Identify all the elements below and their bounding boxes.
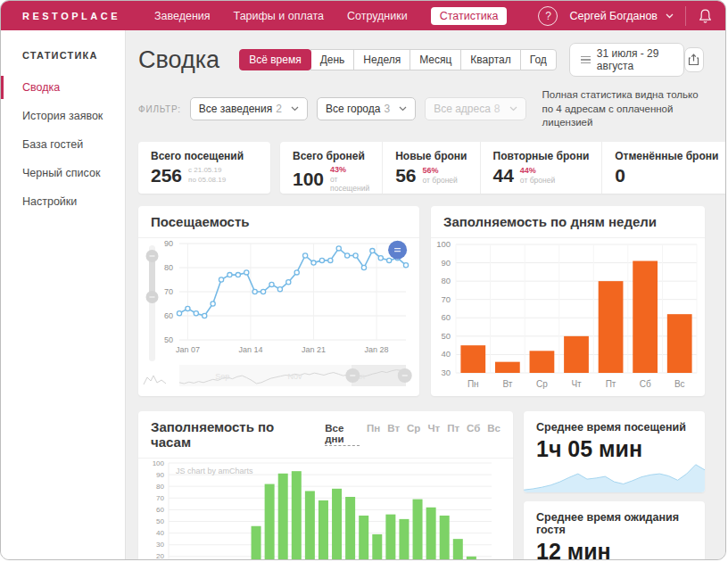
logo[interactable]: RESTOPLACE	[22, 11, 120, 21]
user-name: Сергей Богданов	[569, 10, 658, 22]
svg-text:Чт: Чт	[571, 379, 582, 389]
license-note: Полная статистика видна только по 4 адре…	[542, 88, 704, 130]
venues-select[interactable]: Все заведения 2	[190, 97, 308, 120]
tab-mon[interactable]: Пн	[367, 423, 380, 434]
tab-sat[interactable]: Сб	[467, 423, 480, 434]
svg-text:100: 100	[153, 459, 165, 467]
chevron-down-icon	[291, 106, 299, 112]
stat-card-bookings-group: Всего броней 100 43% от посещений Новые …	[280, 142, 725, 194]
tab-wed[interactable]: Ср	[407, 423, 420, 434]
stat-percent: 56%	[423, 166, 458, 176]
nav-item-statistika[interactable]: Статистика	[431, 7, 508, 25]
visits-chart-card: Посещаемость 5060708090Jan 07Jan 14Jan 2…	[138, 206, 419, 396]
stat-card-visits: Всего посещений 256 с 21.05.19 по 05.08.…	[138, 142, 270, 194]
avg-visit-time-sparkline	[524, 459, 705, 492]
period-year-button[interactable]: Год	[520, 49, 557, 70]
nav-item-zavedeniya[interactable]: Заведения	[154, 10, 211, 22]
weekday-bar-chart[interactable]: 30405060708090100ПнВтСрЧтПтСбВс	[431, 238, 703, 396]
svg-text:40: 40	[156, 529, 164, 537]
svg-text:80: 80	[164, 263, 173, 272]
sidebar-item-istoriya-zayavok[interactable]: История заявок	[1, 102, 125, 130]
stat-section-repeat: Повторные брони 44 44% от броней	[480, 142, 602, 194]
hours-chart-title: Заполняемость по часам	[151, 419, 312, 450]
topbar-divider	[685, 6, 686, 26]
visits-chart-title: Посещаемость	[138, 206, 419, 238]
tab-tue[interactable]: Вт	[387, 423, 400, 434]
sidebar: СТАТИСТИКА Сводка История заявок База го…	[1, 30, 126, 560]
svg-text:70: 70	[156, 493, 164, 501]
svg-text:Вт: Вт	[502, 379, 512, 389]
svg-text:60: 60	[441, 312, 451, 322]
export-button[interactable]	[684, 47, 704, 72]
svg-text:50: 50	[441, 330, 451, 340]
cities-select-count: 3	[384, 103, 390, 115]
stat-period: с 21.05.19 по 05.08.19	[188, 166, 226, 185]
sidebar-item-nastroyki[interactable]: Настройки	[1, 187, 125, 216]
svg-text:Пт: Пт	[606, 379, 616, 389]
period-all-button[interactable]: Всё время	[239, 49, 310, 70]
list-icon	[581, 56, 591, 63]
sidebar-item-cherny-spisok[interactable]: Черный список	[1, 159, 125, 187]
svg-text:90: 90	[441, 257, 451, 267]
tab-thu[interactable]: Чт	[427, 423, 440, 434]
chevron-down-icon	[509, 106, 517, 112]
svg-text:Jan 21: Jan 21	[302, 345, 326, 354]
venues-select-value: Все заведения	[199, 103, 272, 115]
svg-text:Jan 14: Jan 14	[238, 345, 262, 354]
weekday-chart-title: Заполняемость по дням недели	[431, 206, 705, 238]
svg-text:60: 60	[164, 311, 173, 320]
period-quarter-button[interactable]: Квартал	[460, 49, 520, 70]
sidebar-item-svodka[interactable]: Сводка	[1, 73, 125, 102]
bell-icon[interactable]	[698, 8, 713, 24]
hours-chart-card: Заполняемость по часам Все дни Пн Вт Ср …	[138, 411, 513, 560]
visits-line-chart[interactable]: 5060708090Jan 07Jan 14Jan 21Jan 28SepNov…	[138, 238, 418, 396]
period-day-button[interactable]: День	[310, 49, 355, 70]
user-menu[interactable]: Сергей Богданов	[569, 10, 674, 22]
period-week-button[interactable]: Неделя	[353, 49, 410, 70]
hours-bar-chart[interactable]: 102030405060708090100JS chart by amChart…	[138, 459, 511, 560]
svg-text:60: 60	[156, 505, 164, 513]
cities-select[interactable]: Все города 3	[317, 97, 416, 120]
svg-text:Ср: Ср	[536, 379, 548, 389]
date-range-label: 31 июля - 29 августа	[597, 47, 673, 72]
main-content: Сводка Всё время День Неделя Месяц Кварт…	[126, 30, 725, 560]
app-window: RESTOPLACE Заведения Тарифы и оплата Сот…	[0, 0, 726, 560]
stat-value: 256	[151, 165, 182, 186]
stat-percent: 43%	[330, 165, 369, 175]
chevron-down-icon	[666, 13, 674, 19]
avg-visit-time-title: Среднее время посещений	[536, 421, 692, 434]
svg-text:50: 50	[164, 335, 173, 344]
topbar-right: ? Сергей Богданов	[538, 6, 713, 26]
period-month-button[interactable]: Месяц	[410, 49, 461, 70]
tab-sun[interactable]: Вс	[487, 423, 500, 434]
nav-item-sotrudniki[interactable]: Сотрудники	[347, 10, 408, 22]
svg-text:70: 70	[441, 293, 451, 303]
share-icon	[688, 54, 699, 66]
topbar: RESTOPLACE Заведения Тарифы и оплата Сот…	[1, 1, 725, 30]
hours-day-tabs: Все дни Пн Вт Ср Чт Пт Сб Вс	[325, 423, 500, 446]
avg-visit-time-card: Среднее время посещений 1ч 05 мин	[524, 411, 705, 492]
svg-text:Вс: Вс	[674, 379, 685, 389]
svg-text:70: 70	[164, 287, 173, 296]
addresses-select-count: 8	[494, 103, 500, 115]
svg-text:50: 50	[156, 517, 164, 525]
stat-section-new: Новые брони 56 56% от броней	[382, 142, 479, 194]
weekday-chart-card: Заполняемость по дням недели 30405060708…	[431, 206, 705, 396]
period-segment: Всё время День Неделя Месяц Квартал Год	[239, 49, 557, 70]
main-nav: Заведения Тарифы и оплата Сотрудники Ста…	[154, 7, 507, 25]
stat-label: Всего посещений	[151, 150, 258, 162]
tab-fri[interactable]: Пт	[447, 423, 459, 434]
svg-text:40: 40	[441, 349, 451, 359]
help-icon[interactable]: ?	[538, 6, 558, 26]
sidebar-item-baza-gostey[interactable]: База гостей	[1, 130, 125, 159]
date-range-button[interactable]: 31 июля - 29 августа	[569, 43, 684, 77]
tab-all-days[interactable]: Все дни	[325, 423, 360, 446]
page-title: Сводка	[138, 46, 219, 74]
nav-item-tarify[interactable]: Тарифы и оплата	[234, 10, 324, 22]
svg-text:80: 80	[156, 482, 164, 490]
addresses-select: Все адреса 8	[425, 97, 525, 120]
venues-select-count: 2	[276, 103, 282, 115]
svg-text:30: 30	[441, 368, 451, 377]
stat-percent: 44%	[520, 166, 555, 176]
svg-text:JS chart by amCharts: JS chart by amCharts	[176, 467, 253, 475]
